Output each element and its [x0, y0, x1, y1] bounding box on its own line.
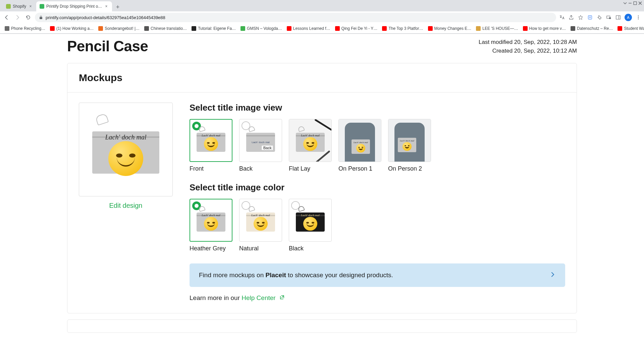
- close-icon[interactable]: ×: [104, 4, 109, 9]
- thumb-label: Back: [239, 165, 282, 172]
- bookmark-favicon: [335, 26, 340, 31]
- bookmark-favicon: [50, 26, 55, 31]
- bookmark-item[interactable]: Student Wants an…: [615, 25, 644, 32]
- tab-bar: Shopify × Printify Drop Shipping Print o…: [0, 0, 644, 11]
- url-text: printify.com/app/product-details/632975e…: [46, 15, 165, 20]
- thumb-label: Black: [289, 245, 332, 252]
- bookmark-label: Qing Fei De Yi - Y…: [341, 26, 378, 31]
- bookmark-favicon: [428, 26, 433, 31]
- svg-rect-2: [588, 16, 592, 19]
- bookmark-label: How to get more v…: [529, 26, 566, 31]
- bookmark-item[interactable]: Lessons Learned f…: [285, 25, 332, 32]
- bookmark-item[interactable]: Datenschutz – Re…: [569, 25, 615, 32]
- page-title: Pencil Case: [67, 38, 148, 55]
- bookmark-favicon: [5, 26, 9, 31]
- placeit-text: Find more mockups on Placeit to showcase…: [199, 272, 393, 279]
- bookmark-item[interactable]: Sonderangebot! |…: [96, 25, 142, 32]
- bookmark-favicon: [192, 26, 196, 31]
- bookmark-label: Lessons Learned f…: [293, 26, 330, 31]
- minimize-icon[interactable]: [628, 1, 632, 5]
- window-controls: [623, 1, 642, 5]
- thumb-label: Front: [190, 165, 232, 172]
- view-options-row: Lach' doch mal Front Lach' doch mal Back…: [190, 119, 565, 172]
- section-title: Mockups: [67, 63, 577, 93]
- svg-rect-0: [634, 2, 637, 5]
- bookmark-item[interactable]: Tutorial: Eigene Fa…: [190, 25, 238, 32]
- side-panel-icon[interactable]: [615, 14, 621, 20]
- close-window-icon[interactable]: [638, 1, 642, 5]
- bookmark-item[interactable]: Money Changes E…: [426, 25, 474, 32]
- bookmark-favicon: [144, 26, 149, 31]
- bookmark-favicon: [98, 26, 103, 31]
- main-preview: Lach' doch mal: [79, 103, 173, 196]
- new-tab-button[interactable]: +: [113, 3, 122, 11]
- bookmarks-bar: Phone Recycling…(1) How Working a…Sonder…: [0, 23, 644, 34]
- chevron-down-icon[interactable]: [623, 1, 627, 5]
- chevron-right-icon: [550, 271, 556, 280]
- tab-title: Shopify: [13, 4, 26, 9]
- star-icon[interactable]: [578, 14, 584, 20]
- emoji-graphic: [108, 141, 143, 176]
- video-popup-icon[interactable]: [606, 14, 612, 20]
- thumb-label: Flat Lay: [289, 165, 332, 172]
- bookmark-label: Chinese translatio…: [151, 26, 187, 31]
- url-field[interactable]: printify.com/app/product-details/632975e…: [35, 13, 556, 22]
- view-thumb-flat-lay[interactable]: Lach' doch mal: [289, 119, 332, 162]
- bookmark-label: (1) How Working a…: [56, 26, 94, 31]
- view-thumb-person-2[interactable]: Lach' doch mal: [388, 119, 431, 162]
- bookmark-item[interactable]: Chinese translatio…: [142, 25, 189, 32]
- back-button[interactable]: [3, 13, 11, 21]
- color-heading: Select title image color: [190, 182, 565, 193]
- view-thumb-front[interactable]: Lach' doch mal: [190, 119, 232, 162]
- thumb-label: Heather Grey: [190, 245, 232, 252]
- bookmark-item[interactable]: How to get more v…: [521, 25, 568, 32]
- thumb-label: On Person 2: [388, 165, 431, 172]
- bookmark-label: Sonderangebot! |…: [105, 26, 140, 31]
- mockups-card: Mockups Lach' doch mal Edit design: [67, 63, 577, 313]
- forward-button[interactable]: [13, 13, 21, 21]
- bookmark-item[interactable]: Qing Fei De Yi - Y…: [333, 25, 380, 32]
- extensions-icon[interactable]: [596, 14, 602, 20]
- thumb-label: Natural: [239, 245, 282, 252]
- view-thumb-back[interactable]: Lach' doch mal: [239, 119, 282, 162]
- share-icon[interactable]: [568, 14, 574, 20]
- reading-list-icon[interactable]: [587, 14, 593, 20]
- edit-design-link[interactable]: Edit design: [79, 202, 173, 209]
- color-thumb-heather-grey[interactable]: Lach' doch mal: [190, 199, 232, 242]
- page-content: Pencil Case Last modified 20, Sep, 2022,…: [0, 34, 644, 352]
- reload-button[interactable]: [24, 13, 32, 21]
- favicon-shopify: [6, 4, 11, 9]
- thumb-label: On Person 1: [338, 165, 381, 172]
- favicon-printify: [40, 4, 44, 9]
- bookmark-label: LEE 'S HOUSE—…: [482, 26, 518, 31]
- menu-icon[interactable]: [635, 14, 641, 20]
- maximize-icon[interactable]: [633, 1, 637, 5]
- placeit-banner[interactable]: Find more mockups on Placeit to showcase…: [190, 263, 565, 287]
- color-thumb-black[interactable]: Lach' doch mal: [289, 199, 332, 242]
- bookmark-item[interactable]: LEE 'S HOUSE—…: [474, 25, 520, 32]
- color-thumb-natural[interactable]: Lach' doch mal: [239, 199, 282, 242]
- view-thumb-person-1[interactable]: Lach' doch mal: [338, 119, 381, 162]
- address-bar: printify.com/app/product-details/632975e…: [0, 11, 644, 23]
- svg-point-6: [638, 15, 639, 16]
- bookmark-favicon: [240, 26, 245, 31]
- help-center-link[interactable]: Help Center: [241, 294, 275, 301]
- bookmark-item[interactable]: (1) How Working a…: [48, 25, 96, 32]
- tab-printify[interactable]: Printify Drop Shipping Print o… ×: [36, 1, 112, 11]
- bookmark-label: Student Wants an…: [624, 26, 644, 31]
- next-card: [67, 319, 577, 333]
- view-heading: Select title image view: [190, 103, 565, 113]
- help-row: Learn more in our Help Center: [190, 294, 565, 302]
- bookmark-label: Tutorial: Eigene Fa…: [198, 26, 236, 31]
- bookmark-favicon: [571, 26, 575, 31]
- close-icon[interactable]: ×: [28, 4, 33, 9]
- preview-column: Lach' doch mal Edit design: [79, 103, 173, 302]
- lock-icon: [39, 15, 43, 19]
- profile-avatar[interactable]: A: [625, 14, 632, 21]
- tab-shopify[interactable]: Shopify ×: [3, 1, 36, 11]
- color-options-row: Lach' doch mal Heather Grey Lach' doch m…: [190, 199, 565, 252]
- translate-icon[interactable]: [559, 14, 565, 20]
- bookmark-item[interactable]: The Top 3 Platfor…: [380, 25, 425, 32]
- bookmark-item[interactable]: Phone Recycling…: [3, 25, 47, 32]
- bookmark-item[interactable]: GMSN – Vologda…: [238, 25, 284, 32]
